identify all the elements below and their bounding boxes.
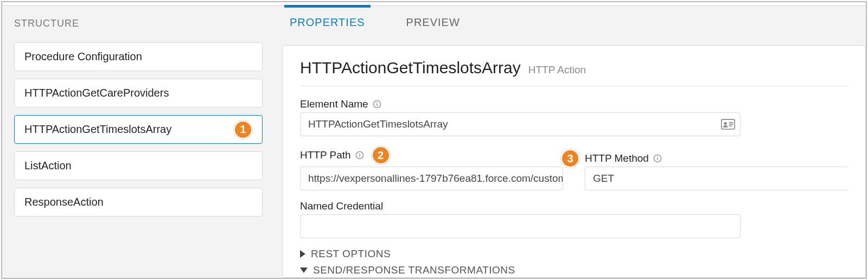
svg-point-4 bbox=[724, 122, 727, 125]
chevron-right-icon bbox=[300, 250, 305, 258]
group-named-credential: Named Credential bbox=[300, 200, 741, 238]
group-http-method: 3 HTTP Method GET bbox=[585, 152, 848, 190]
chevron-down-icon bbox=[300, 268, 308, 273]
group-element-name: Element Name HTTPActionGetTimeslotsArray bbox=[300, 98, 848, 136]
group-http-path: HTTP Path 2 https://vexpersonallines-179… bbox=[300, 146, 563, 190]
main-area: PROPERTIES PREVIEW HTTPActionGetTimeslot… bbox=[273, 6, 866, 278]
disclosure-rest-options[interactable]: REST OPTIONS bbox=[300, 248, 848, 260]
row-named-credential: Named Credential bbox=[300, 200, 848, 238]
tab-preview[interactable]: PREVIEW bbox=[401, 9, 465, 36]
sidebar-item-list-action[interactable]: ListAction bbox=[14, 151, 263, 180]
label-http-path: HTTP Path 2 bbox=[300, 146, 563, 164]
contact-card-icon bbox=[721, 118, 735, 130]
svg-point-1 bbox=[376, 102, 378, 103]
info-icon bbox=[355, 151, 364, 160]
sidebar-item-label: HTTPActionGetCareProviders bbox=[24, 87, 169, 99]
panel-wrap: HTTPActionGetTimeslotsArray HTTP Action … bbox=[273, 36, 866, 278]
sidebar-item-procedure-configuration[interactable]: Procedure Configuration bbox=[14, 42, 263, 71]
callout-badge-1: 1 bbox=[234, 120, 252, 139]
svg-rect-10 bbox=[359, 155, 360, 157]
http-method-select[interactable]: GET bbox=[585, 167, 848, 190]
sidebar-item-label: ListAction bbox=[24, 160, 72, 172]
svg-rect-6 bbox=[729, 124, 733, 125]
sidebar-item-label: Procedure Configuration bbox=[24, 50, 142, 63]
svg-point-12 bbox=[657, 156, 658, 157]
label-text: HTTP Method bbox=[585, 152, 649, 164]
label-text: Element Name bbox=[300, 98, 368, 110]
tab-bar: PROPERTIES PREVIEW bbox=[273, 6, 866, 36]
info-icon bbox=[373, 100, 381, 109]
content-area: STRUCTURE Procedure Configuration HTTPAc… bbox=[2, 6, 866, 278]
label-named-credential: Named Credential bbox=[300, 200, 741, 212]
svg-point-9 bbox=[359, 153, 360, 154]
app-frame: STRUCTURE Procedure Configuration HTTPAc… bbox=[1, 1, 867, 279]
sidebar-item-http-action-get-timeslots-array[interactable]: HTTPActionGetTimeslotsArray 1 bbox=[14, 115, 263, 144]
element-name-input[interactable]: HTTPActionGetTimeslotsArray bbox=[300, 112, 741, 136]
structure-sidebar: STRUCTURE Procedure Configuration HTTPAc… bbox=[2, 6, 273, 278]
row-element-name: Element Name HTTPActionGetTimeslotsArray bbox=[300, 98, 848, 136]
sidebar-item-label: HTTPActionGetTimeslotsArray bbox=[24, 123, 171, 136]
top-divider bbox=[2, 2, 866, 6]
svg-rect-2 bbox=[376, 104, 377, 106]
disclosure-send-response-transformations[interactable]: SEND/RESPONSE TRANSFORMATIONS bbox=[300, 264, 848, 276]
properties-panel: HTTPActionGetTimeslotsArray HTTP Action … bbox=[282, 45, 866, 278]
panel-header: HTTPActionGetTimeslotsArray HTTP Action bbox=[300, 59, 848, 86]
sidebar-item-response-action[interactable]: ResponseAction bbox=[14, 188, 263, 217]
label-http-method: HTTP Method bbox=[585, 152, 848, 164]
panel-subtitle: HTTP Action bbox=[528, 64, 586, 76]
label-text: HTTP Path bbox=[300, 149, 351, 161]
sidebar-item-http-action-get-care-providers[interactable]: HTTPActionGetCareProviders bbox=[14, 79, 263, 107]
label-element-name: Element Name bbox=[300, 98, 848, 110]
http-path-input[interactable]: https://vexpersonallines-1797b76ea81.for… bbox=[300, 167, 563, 190]
disclosure-label: REST OPTIONS bbox=[311, 248, 391, 260]
info-icon bbox=[653, 154, 662, 163]
named-credential-input[interactable] bbox=[300, 214, 741, 238]
panel-title: HTTPActionGetTimeslotsArray bbox=[300, 59, 521, 77]
row-http-path-method: HTTP Path 2 https://vexpersonallines-179… bbox=[300, 146, 848, 190]
label-text: Named Credential bbox=[300, 200, 383, 212]
tab-properties[interactable]: PROPERTIES bbox=[284, 9, 371, 36]
callout-badge-3: 3 bbox=[561, 149, 579, 168]
sidebar-title: STRUCTURE bbox=[14, 18, 263, 29]
disclosure-label: SEND/RESPONSE TRANSFORMATIONS bbox=[313, 264, 515, 276]
callout-badge-2: 2 bbox=[372, 146, 390, 164]
svg-rect-5 bbox=[729, 122, 733, 123]
input-wrap-element-name: HTTPActionGetTimeslotsArray bbox=[300, 112, 848, 136]
sidebar-item-label: ResponseAction bbox=[24, 196, 104, 208]
svg-rect-13 bbox=[657, 158, 658, 161]
sidebar-item-list: Procedure Configuration HTTPActionGetCar… bbox=[14, 42, 263, 217]
svg-rect-7 bbox=[729, 125, 732, 126]
